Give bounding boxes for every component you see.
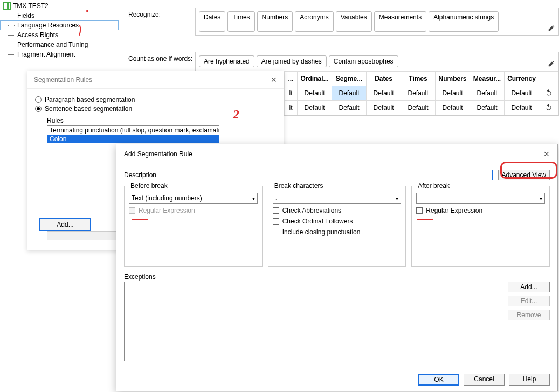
cancel-button[interactable]: Cancel <box>464 374 505 386</box>
checkbox-icon <box>273 218 279 225</box>
nav-tree: TMX TEST2 Fields Language Resources Acce… <box>0 0 119 59</box>
col-currency[interactable]: Currency <box>505 72 539 86</box>
dialog-title: Segmentation Rules <box>34 76 92 83</box>
token-alphanumeric[interactable]: Alphanumeric strings <box>429 11 499 32</box>
col-dates[interactable]: Dates <box>367 72 401 86</box>
token-apostrophes[interactable]: Contain apostrophes <box>329 55 398 67</box>
tree-root-label: TMX TEST2 <box>13 2 49 10</box>
col-numbers[interactable]: Numbers <box>436 72 470 86</box>
token-times[interactable]: Times <box>227 11 254 32</box>
undo-icon[interactable] <box>539 86 558 101</box>
tm-icon <box>3 2 11 10</box>
col-ordinal[interactable]: Ordinal... <box>298 72 332 86</box>
table-row[interactable]: lt Default Default Default Default Defau… <box>285 86 558 101</box>
count-label: Count as one if words: <box>128 52 195 62</box>
token-measurements[interactable]: Measurements <box>374 11 426 32</box>
token-variables[interactable]: Variables <box>336 11 372 32</box>
after-break-group: After break ▾ Regular Expression <box>411 186 550 267</box>
recognize-label: Recognize: <box>128 8 195 18</box>
exceptions-label: Exceptions <box>124 273 550 281</box>
check-ordinal-checkbox[interactable]: Check Ordinal Followers <box>273 218 402 225</box>
checkbox-icon <box>273 229 279 235</box>
count-box[interactable]: Are hyphenated Are joined by dashes Cont… <box>195 52 559 71</box>
recognize-box[interactable]: Dates Times Numbers Acronyms Variables M… <box>195 8 559 36</box>
tree-item-performance[interactable]: Performance and Tuning <box>0 40 119 50</box>
tree-item-fields[interactable]: Fields <box>0 11 119 20</box>
after-regex-checkbox[interactable]: Regular Expression <box>416 207 545 214</box>
exceptions-listbox[interactable] <box>124 282 503 361</box>
tree-item-access-rights[interactable]: Access Rights <box>0 30 119 40</box>
check-abbrev-checkbox[interactable]: Check Abbreviations <box>273 207 402 214</box>
group-title: After break <box>416 182 451 190</box>
chevron-down-icon: ▾ <box>396 195 398 201</box>
chevron-down-icon: ▾ <box>540 195 542 201</box>
add-segmentation-rule-dialog: Add Segmentation Rule ✕ Description Adva… <box>116 144 558 391</box>
ok-button[interactable]: OK <box>418 374 459 386</box>
tree-item-language-resources[interactable]: Language Resources <box>0 20 119 30</box>
table-row[interactable]: lt Default Default Default Default Defau… <box>285 101 558 115</box>
token-dashes[interactable]: Are joined by dashes <box>257 55 327 67</box>
radio-icon <box>35 96 42 103</box>
token-hyphenated[interactable]: Are hyphenated <box>199 55 254 67</box>
undo-icon[interactable] <box>539 101 558 115</box>
col-actions <box>539 72 558 86</box>
chevron-down-icon: ▾ <box>252 195 255 201</box>
close-icon[interactable]: ✕ <box>271 75 277 84</box>
group-title: Break characters <box>273 182 325 190</box>
col-times[interactable]: Times <box>401 72 436 86</box>
checkbox-icon <box>416 207 423 214</box>
add-button[interactable]: Add... <box>39 218 91 231</box>
exception-edit-button: Edit... <box>508 296 550 306</box>
after-break-combo[interactable]: ▾ <box>416 193 545 204</box>
token-dates[interactable]: Dates <box>199 11 225 32</box>
checkbox-icon <box>273 207 279 214</box>
before-regex-checkbox: Regular Expression <box>129 207 258 214</box>
before-break-combo[interactable]: Text (including numbers) ▾ <box>129 193 258 204</box>
col-firstpartial[interactable]: ... <box>285 72 298 86</box>
exception-remove-button: Remove <box>508 310 550 320</box>
group-title: Before break <box>129 182 169 190</box>
description-input[interactable] <box>162 170 492 180</box>
break-chars-combo[interactable]: . ▾ <box>273 193 402 204</box>
pencil-icon[interactable] <box>548 60 555 67</box>
help-button[interactable]: Help <box>509 374 550 386</box>
tree-root[interactable]: TMX TEST2 <box>0 0 119 11</box>
col-measur[interactable]: Measur... <box>470 72 505 86</box>
before-break-group: Before break Text (including numbers) ▾ … <box>124 186 263 267</box>
settings-table: ... Ordinal... Segme... Dates Times Numb… <box>284 71 559 116</box>
rules-label: Rules <box>47 117 276 124</box>
break-characters-group: Break characters . ▾ Check Abbreviations… <box>268 186 406 267</box>
tree-item-fragment-alignment[interactable]: Fragment Alignment <box>0 50 119 59</box>
close-icon[interactable]: ✕ <box>543 150 550 158</box>
dialog-title: Add Segmentation Rule <box>124 150 192 158</box>
col-segme[interactable]: Segme... <box>332 72 367 86</box>
radio-icon <box>35 106 42 112</box>
radio-sentence[interactable]: Sentence based segmentation <box>35 105 276 113</box>
token-acronyms[interactable]: Acronyms <box>295 11 333 32</box>
exception-add-button[interactable]: Add... <box>508 282 550 292</box>
list-item[interactable]: Colon <box>47 135 219 143</box>
checkbox-icon <box>129 207 135 214</box>
token-numbers[interactable]: Numbers <box>257 11 293 32</box>
radio-paragraph[interactable]: Paragraph based segmentation <box>35 96 276 103</box>
include-closing-checkbox[interactable]: Include closing punctuation <box>273 228 402 236</box>
list-item[interactable]: Terminating punctuation (full stop, ques… <box>47 126 219 135</box>
advanced-view-button[interactable]: Advanced View <box>498 170 550 180</box>
pencil-icon[interactable] <box>548 24 555 32</box>
description-label: Description <box>124 171 156 179</box>
